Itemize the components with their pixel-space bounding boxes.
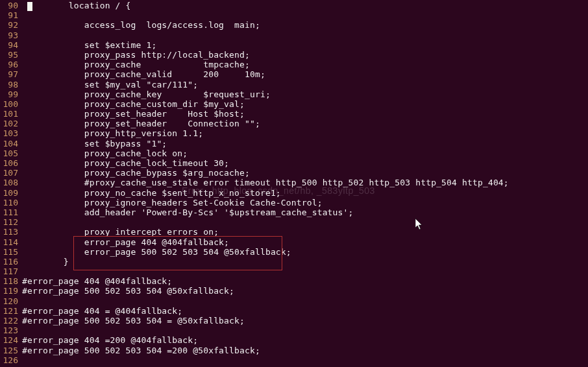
- code-line[interactable]: [22, 326, 588, 335]
- line-number: 117: [0, 266, 18, 276]
- code-editor[interactable]: 9091929394959697989910010110210310410510…: [0, 0, 588, 367]
- line-number: 107: [0, 168, 18, 178]
- code-line[interactable]: proxy_cache_lock on;: [22, 148, 588, 158]
- line-number: 126: [0, 355, 18, 365]
- code-line[interactable]: #error_page 500 502 503 504 @50xfallback…: [22, 286, 588, 296]
- code-line[interactable]: #error_page 404 =200 @404fallback;: [22, 335, 588, 345]
- code-area[interactable]: location / { access_log logs/access.log …: [22, 1, 588, 367]
- line-number: 100: [0, 99, 18, 109]
- line-number: 105: [0, 148, 18, 158]
- line-number: 102: [0, 119, 18, 128]
- code-line[interactable]: #error_page 404 = @404fallback;: [22, 306, 588, 316]
- code-line[interactable]: set $bypass "1";: [22, 139, 588, 148]
- code-line[interactable]: proxy_pass http://local_backend;: [22, 50, 588, 60]
- line-number: 91: [0, 10, 18, 20]
- code-line[interactable]: proxy_cache_bypass $arg_nocache;: [22, 168, 588, 178]
- line-number: 92: [0, 20, 18, 30]
- code-line[interactable]: proxy_cache_key $request_uri;: [22, 89, 588, 99]
- code-line[interactable]: [22, 296, 588, 306]
- code-line[interactable]: proxy_cache_valid 200 10m;: [22, 69, 588, 79]
- code-line[interactable]: proxy_set_header Host $host;: [22, 109, 588, 119]
- code-line[interactable]: location / {: [22, 1, 588, 10]
- line-number: 93: [0, 30, 18, 40]
- code-line[interactable]: }: [22, 257, 588, 266]
- line-number: 118: [0, 276, 18, 286]
- code-line[interactable]: set $extime 1;: [22, 40, 588, 50]
- code-line[interactable]: set $my_val "car/111";: [22, 80, 588, 89]
- code-line[interactable]: proxy_intercept_errors on;: [22, 227, 588, 237]
- line-number: 119: [0, 286, 18, 296]
- line-number: 104: [0, 139, 18, 148]
- line-number: 110: [0, 198, 18, 207]
- code-line[interactable]: proxy_cache tmpcache;: [22, 60, 588, 69]
- code-line[interactable]: [22, 355, 588, 365]
- line-number: 125: [0, 346, 18, 355]
- line-number: 123: [0, 326, 18, 335]
- line-number: 116: [0, 257, 18, 266]
- code-line[interactable]: [22, 30, 588, 40]
- line-number: 101: [0, 109, 18, 119]
- line-number: 106: [0, 158, 18, 168]
- line-number: 109: [0, 188, 18, 198]
- line-number: 114: [0, 237, 18, 247]
- code-line[interactable]: proxy_set_header Connection "";: [22, 119, 588, 128]
- line-number: 113: [0, 227, 18, 237]
- line-number: 98: [0, 80, 18, 89]
- code-line[interactable]: [22, 217, 588, 227]
- code-line[interactable]: #error_page 500 502 503 504 =200 @50xfal…: [22, 346, 588, 355]
- code-line[interactable]: error_page 404 @404fallback;: [22, 237, 588, 247]
- line-number: 124: [0, 335, 18, 345]
- code-line[interactable]: [22, 10, 588, 20]
- code-line[interactable]: #error_page 500 502 503 504 = @50xfallba…: [22, 316, 588, 326]
- code-line[interactable]: add_header 'Powerd-By-Scs' '$upstream_ca…: [22, 207, 588, 217]
- code-line[interactable]: #proxy_cache_use_stale error timeout htt…: [22, 178, 588, 187]
- line-number-gutter: 9091929394959697989910010110210310410510…: [0, 1, 18, 367]
- code-line[interactable]: proxy_cache_lock_timeout 30;: [22, 158, 588, 168]
- line-number: 122: [0, 316, 18, 326]
- line-number: 95: [0, 50, 18, 60]
- line-number: 90: [0, 1, 18, 10]
- line-number: 99: [0, 89, 18, 99]
- code-line[interactable]: [22, 266, 588, 276]
- code-line[interactable]: proxy_ignore_headers Set-Cookie Cache-Co…: [22, 198, 588, 207]
- line-number: 96: [0, 60, 18, 69]
- line-number: 112: [0, 217, 18, 227]
- code-line[interactable]: proxy_http_version 1.1;: [22, 128, 588, 138]
- line-number: 120: [0, 296, 18, 306]
- line-number: 94: [0, 40, 18, 50]
- code-line[interactable]: #error_page 404 @404fallback;: [22, 276, 588, 286]
- code-line[interactable]: proxy_cache_custom_dir $my_val;: [22, 99, 588, 109]
- code-line[interactable]: access_log logs/access.log main;: [22, 20, 588, 30]
- code-line[interactable]: error_page 500 502 503 504 @50xfallback;: [22, 247, 588, 257]
- line-number: 103: [0, 128, 18, 138]
- line-number: 108: [0, 178, 18, 187]
- code-line[interactable]: proxy_no_cache $sent_http_x_no_store1;: [22, 188, 588, 198]
- line-number: 115: [0, 247, 18, 257]
- line-number: 111: [0, 207, 18, 217]
- text-cursor: [27, 2, 32, 11]
- line-number: 97: [0, 69, 18, 79]
- line-number: 121: [0, 306, 18, 316]
